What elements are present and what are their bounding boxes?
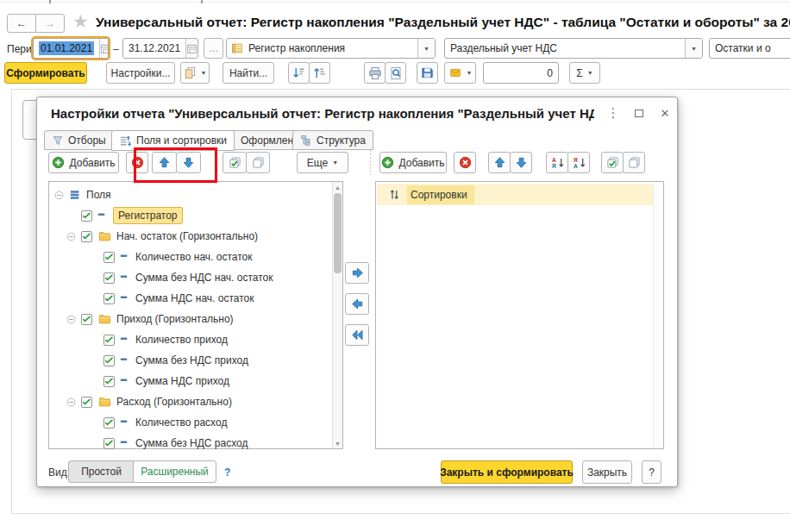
scroll-down-icon[interactable]: ▼ xyxy=(333,438,342,448)
close-and-generate-button[interactable]: Закрыть и сформировать xyxy=(441,460,573,484)
scrollbar-thumb[interactable] xyxy=(334,193,342,273)
fields-scrollbar[interactable]: ▲ ▼ xyxy=(332,182,342,448)
sum-button[interactable]: Σ ▼ xyxy=(569,62,600,84)
forward-button[interactable]: → xyxy=(35,14,65,33)
combo-dropdown-button[interactable]: ▼ xyxy=(417,39,435,58)
fields-check-all-button[interactable] xyxy=(223,152,247,173)
expander-minus-icon[interactable] xyxy=(66,397,76,407)
fields-delete-button[interactable] xyxy=(126,152,148,173)
fields-more-button[interactable]: Еще ▼ xyxy=(297,152,348,173)
item-checkbox[interactable] xyxy=(103,335,115,346)
item-checkbox[interactable] xyxy=(103,417,115,429)
structure-icon xyxy=(300,135,312,147)
tree-row[interactable]: Количество расход xyxy=(50,412,323,433)
check-all-icon xyxy=(606,156,619,169)
find-button[interactable]: Найти... xyxy=(223,62,274,84)
fields-sort-icon xyxy=(119,135,132,147)
help-button[interactable]: ? xyxy=(642,460,661,484)
window-edge-line xyxy=(0,2,790,3)
check-icon xyxy=(104,335,114,345)
sort-az-button[interactable]: АЯ xyxy=(546,152,568,173)
view-help-link[interactable]: ? xyxy=(224,466,230,479)
sort-add-button[interactable]: Добавить xyxy=(379,152,447,173)
sort-move-up-button[interactable] xyxy=(488,152,511,173)
item-checkbox[interactable] xyxy=(81,210,92,222)
view-extended-button[interactable]: Расширенный xyxy=(133,460,216,483)
close-button[interactable]: Закрыть xyxy=(582,460,632,484)
sort-descending-button[interactable] xyxy=(288,62,310,84)
item-checkbox[interactable] xyxy=(81,231,92,242)
dialog-close-button[interactable]: ✕ xyxy=(656,104,674,122)
back-button[interactable]: ← xyxy=(7,14,36,33)
tree-row[interactable]: Сумма без НДС расход xyxy=(50,433,323,454)
settings-button[interactable]: Настройки... xyxy=(106,62,175,84)
print-button[interactable] xyxy=(364,62,386,84)
tree-row[interactable]: Регистратор xyxy=(50,205,323,226)
sort-check-all-button[interactable] xyxy=(601,152,624,173)
counter-field[interactable]: 0 xyxy=(483,62,559,84)
tab-filters[interactable]: Отборы xyxy=(44,130,114,150)
dialog-more-button[interactable]: ⋮ xyxy=(605,104,622,122)
item-checkbox[interactable] xyxy=(103,438,115,449)
view-simple-button[interactable]: Простой xyxy=(68,460,135,483)
tree-row[interactable]: Приход (Горизонтально) xyxy=(50,309,323,329)
period-variants-button[interactable]: ... xyxy=(204,38,223,59)
item-checkbox[interactable] xyxy=(81,397,92,408)
register-name-combo[interactable]: Раздельный учет НДС ▼ xyxy=(444,38,703,59)
up-arrow-icon xyxy=(493,156,506,169)
dialog-maximize-button[interactable] xyxy=(630,104,648,122)
sortings-scrollbar[interactable] xyxy=(653,182,663,448)
tab-structure[interactable]: Структура xyxy=(292,130,373,150)
move-left-button[interactable] xyxy=(345,293,369,315)
tree-row[interactable]: Нач. остаток (Горизонтально) xyxy=(50,226,323,247)
expander-minus-icon[interactable] xyxy=(66,232,76,241)
calendar-button[interactable] xyxy=(99,39,109,58)
tree-row[interactable]: Сумма без НДС приход xyxy=(50,350,323,371)
table-value: Остатки и о xyxy=(710,42,790,54)
fields-move-up-button[interactable] xyxy=(152,152,177,173)
fields-move-down-button[interactable] xyxy=(176,152,201,173)
generate-button[interactable]: Сформировать xyxy=(4,62,87,84)
sort-delete-button[interactable] xyxy=(454,152,476,173)
item-checkbox[interactable] xyxy=(103,272,115,284)
table-combo[interactable]: Остатки и о xyxy=(709,38,790,59)
tree-row[interactable]: Сумма НДС приход xyxy=(50,371,323,391)
item-checkbox[interactable] xyxy=(103,376,115,387)
sortings-header-row[interactable]: Сортировки xyxy=(377,184,654,205)
fields-add-button[interactable]: Добавить xyxy=(48,152,119,173)
tree-row[interactable]: Количество приход xyxy=(50,329,323,350)
expander-minus-icon[interactable] xyxy=(54,191,64,200)
sort-za-button[interactable]: ЯА xyxy=(567,152,590,173)
period-from-field[interactable]: 01.01.2021 xyxy=(33,38,109,59)
item-checkbox[interactable] xyxy=(103,252,115,263)
register-type-combo[interactable]: Регистр накопления ▼ xyxy=(226,38,436,59)
combo-dropdown-button[interactable]: ▼ xyxy=(685,39,702,58)
tree-row[interactable]: Сумма без НДС нач. остаток xyxy=(50,267,323,288)
expander-minus-icon[interactable] xyxy=(66,315,76,324)
close-icon: ✕ xyxy=(661,107,670,120)
tree-row[interactable]: Поля xyxy=(50,185,323,205)
sort-move-down-button[interactable] xyxy=(510,152,532,173)
sort-ascending-button[interactable] xyxy=(309,62,330,84)
tree-row[interactable]: Сумма НДС нач. остаток xyxy=(50,288,323,309)
period-to-field[interactable]: 31.12.2021 xyxy=(122,38,198,59)
copy-settings-button[interactable]: ▼ xyxy=(180,62,210,84)
item-checkbox[interactable] xyxy=(81,314,92,325)
send-email-button[interactable]: ▼ xyxy=(444,62,476,84)
item-checkbox[interactable] xyxy=(103,293,115,304)
sort-uncheck-all-button[interactable] xyxy=(623,152,645,173)
calendar-button[interactable] xyxy=(185,39,198,58)
move-all-left-button[interactable] xyxy=(345,324,369,346)
save-button[interactable] xyxy=(417,62,438,84)
check-icon xyxy=(104,356,114,366)
tree-row[interactable]: Количество нач. остаток xyxy=(50,247,323,267)
tree-row[interactable]: Расход (Горизонтально) xyxy=(50,391,323,412)
favorite-star-icon[interactable]: ★ xyxy=(72,11,89,32)
fields-uncheck-all-button[interactable] xyxy=(246,152,270,173)
item-checkbox[interactable] xyxy=(103,355,115,366)
print-preview-button[interactable] xyxy=(385,62,406,84)
period-range-dash: – xyxy=(113,43,119,55)
move-right-button[interactable] xyxy=(345,262,369,284)
scroll-up-icon[interactable]: ▲ xyxy=(333,182,342,192)
tab-fields-and-sorting[interactable]: Поля и сортировки xyxy=(111,130,235,151)
